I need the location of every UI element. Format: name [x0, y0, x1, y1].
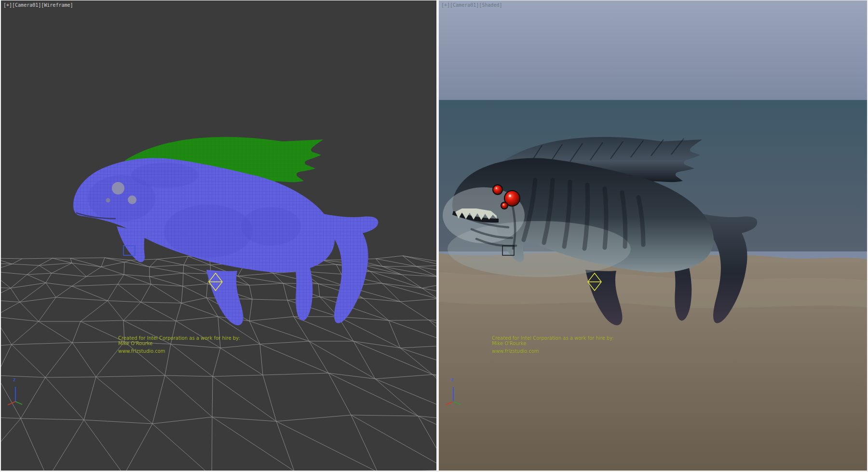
license-watermark: Created for Intel Corporation as a work … [118, 335, 240, 354]
fish-eye [112, 182, 124, 194]
viewport-pov-menu[interactable]: [Camera01] [450, 2, 479, 8]
fish-eye [128, 195, 136, 204]
watermark-line: Created for Intel Corporation as a work … [118, 335, 240, 341]
sky [439, 0, 867, 101]
viewport-label-left: [+][Camera01][Wireframe] [3, 2, 73, 9]
viewport-label-right: [+][Camera01][Shaded] [441, 2, 502, 9]
axis-tripod-icon [6, 382, 25, 406]
watermark-line: www.frlzstudio.com [492, 348, 614, 354]
watermark-line: Mike O'Rourke [492, 341, 614, 346]
shaded-scene-canvas[interactable] [439, 0, 867, 471]
viewport-layout: [+][Camera01][Wireframe] Created for Int… [0, 0, 868, 472]
wireframe-scene-canvas[interactable] [1, 0, 436, 471]
watermark-line: Created for Intel Corporation as a work … [492, 335, 614, 341]
viewport-wireframe[interactable]: [+][Camera01][Wireframe] Created for Int… [1, 0, 436, 471]
fish-eye-red [502, 203, 507, 208]
viewport-shaded[interactable]: [+][Camera01][Shaded] Created for Intel … [439, 0, 867, 471]
axis-tripod-icon [444, 382, 463, 406]
watermark-line: Mike O'Rourke [118, 341, 240, 346]
axis-z-label: z [451, 377, 453, 382]
viewport-general-menu[interactable]: [+] [441, 2, 450, 8]
license-watermark: Created for Intel Corporation as a work … [492, 335, 614, 354]
fish-eye-red [493, 185, 502, 194]
viewport-general-menu[interactable]: [+] [3, 2, 12, 8]
world-axis-gizmo: z [444, 377, 464, 409]
axis-z-label: z [13, 377, 15, 382]
world-axis-gizmo: z [6, 377, 26, 409]
viewport-shading-menu[interactable]: [Shaded] [479, 2, 502, 8]
viewport-shading-menu[interactable]: [Wireframe] [41, 2, 73, 8]
watermark-line: www.frlzstudio.com [118, 348, 240, 354]
viewport-pov-menu[interactable]: [Camera01] [12, 2, 41, 8]
